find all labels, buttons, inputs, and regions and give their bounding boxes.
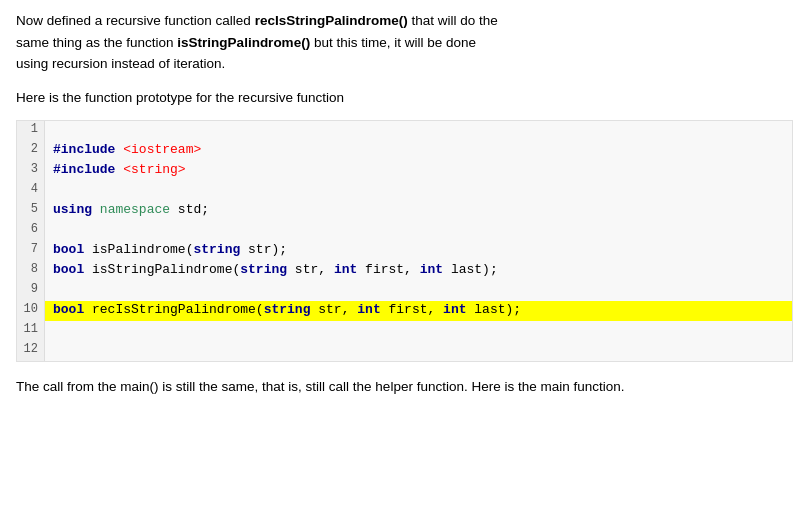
footer-text: The call from the main() is still the sa… bbox=[16, 379, 625, 394]
code-line-1: 1 bbox=[17, 121, 792, 141]
keyword-int-3: int bbox=[357, 302, 380, 317]
keyword-string-2: string bbox=[240, 262, 287, 277]
line-content-10: bool recIsStringPalindrome(string str, i… bbox=[45, 301, 792, 321]
intro-text-before: Now defined a recursive function called bbox=[16, 13, 255, 28]
line-content-7: bool isPalindrome(string str); bbox=[45, 241, 792, 261]
line-content-1 bbox=[45, 121, 792, 141]
keyword-namespace: namespace bbox=[100, 202, 170, 217]
line-num-10: 10 bbox=[17, 301, 45, 321]
include-lib-1: <iostream> bbox=[123, 142, 201, 157]
line-num-6: 6 bbox=[17, 221, 45, 241]
code-line-7: 7 bool isPalindrome(string str); bbox=[17, 241, 792, 261]
intro-paragraph: Now defined a recursive function called … bbox=[16, 10, 793, 75]
line-content-4 bbox=[45, 181, 792, 201]
code-block: 1 2 #include <iostream> 3 #include <stri… bbox=[16, 120, 793, 362]
line-num-9: 9 bbox=[17, 281, 45, 301]
line-num-12: 12 bbox=[17, 341, 45, 361]
line-content-9 bbox=[45, 281, 792, 301]
code-line-4: 4 bbox=[17, 181, 792, 201]
keyword-int-4: int bbox=[443, 302, 466, 317]
code-line-10: 10 bool recIsStringPalindrome(string str… bbox=[17, 301, 792, 321]
keyword-bool-3: bool bbox=[53, 302, 84, 317]
code-line-8: 8 bool isStringPalindrome(string str, in… bbox=[17, 261, 792, 281]
line-content-3: #include <string> bbox=[45, 161, 792, 181]
keyword-int-1: int bbox=[334, 262, 357, 277]
keyword-include-2: #include bbox=[53, 162, 115, 177]
line-content-6 bbox=[45, 221, 792, 241]
code-line-2: 2 #include <iostream> bbox=[17, 141, 792, 161]
line-content-8: bool isStringPalindrome(string str, int … bbox=[45, 261, 792, 281]
keyword-bool-1: bool bbox=[53, 242, 84, 257]
code-line-3: 3 #include <string> bbox=[17, 161, 792, 181]
keyword-include-1: #include bbox=[53, 142, 115, 157]
line-num-8: 8 bbox=[17, 261, 45, 281]
line-num-5: 5 bbox=[17, 201, 45, 221]
code-line-6: 6 bbox=[17, 221, 792, 241]
line-num-7: 7 bbox=[17, 241, 45, 261]
line-num-11: 11 bbox=[17, 321, 45, 341]
line-num-4: 4 bbox=[17, 181, 45, 201]
line-content-5: using namespace std; bbox=[45, 201, 792, 221]
line-content-2: #include <iostream> bbox=[45, 141, 792, 161]
func2-bold: isStringPalindrome() bbox=[177, 35, 310, 50]
code-line-9: 9 bbox=[17, 281, 792, 301]
footer-paragraph: The call from the main() is still the sa… bbox=[16, 376, 793, 398]
proto-heading: Here is the function prototype for the r… bbox=[16, 87, 793, 109]
code-line-11: 11 bbox=[17, 321, 792, 341]
include-lib-2: <string> bbox=[123, 162, 185, 177]
line-content-12 bbox=[45, 341, 792, 361]
keyword-int-2: int bbox=[420, 262, 443, 277]
line-num-3: 3 bbox=[17, 161, 45, 181]
code-line-12: 12 bbox=[17, 341, 792, 361]
page-content: Now defined a recursive function called … bbox=[16, 10, 793, 398]
keyword-string-3: string bbox=[264, 302, 311, 317]
func1-bold: recIsStringPalindrome() bbox=[255, 13, 408, 28]
line-num-2: 2 bbox=[17, 141, 45, 161]
line-content-11 bbox=[45, 321, 792, 341]
keyword-bool-2: bool bbox=[53, 262, 84, 277]
code-line-5: 5 using namespace std; bbox=[17, 201, 792, 221]
keyword-string-1: string bbox=[193, 242, 240, 257]
line-num-1: 1 bbox=[17, 121, 45, 141]
keyword-using: using bbox=[53, 202, 92, 217]
